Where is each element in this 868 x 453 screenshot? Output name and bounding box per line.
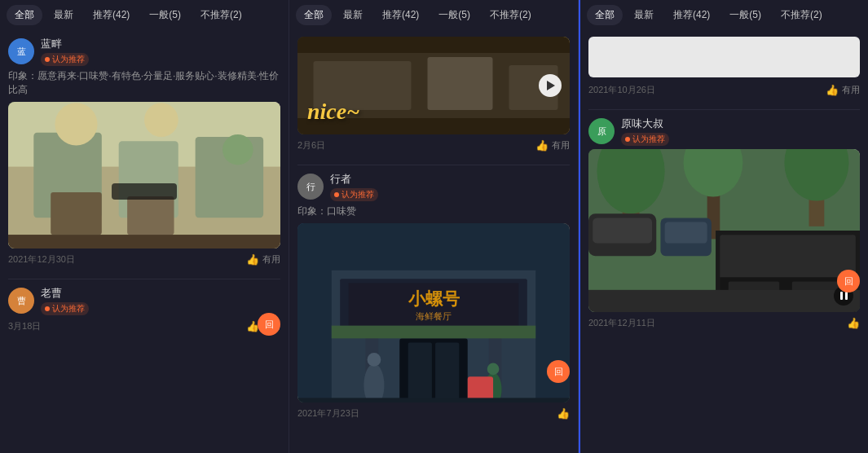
helpful-btn-6[interactable]: 👍 [847,317,860,329]
panel-1: 全部 最新 推荐(42) 一般(5) 不推荐(2) 蓝 蓝畔 认为推荐 印象：愿… [0,0,289,453]
impression-1: 印象：愿意再来·口味赞·有特色·分量足·服务贴心·装修精美·性价比高 [8,69,280,97]
user-row-1: 蓝 蓝畔 认为推荐 [8,37,280,66]
username-1: 蓝畔 [41,37,89,51]
svg-point-9 [223,134,253,165]
svg-rect-14 [428,57,493,110]
review-card-5: 2021年10月26日 👍 有用 [588,37,860,96]
badge-dot-2 [45,306,50,311]
tab-recommend-1[interactable]: 推荐(42) [85,5,138,25]
username-2: 老曹 [41,286,89,301]
badge-dot-1 [45,57,50,62]
tab-latest-1[interactable]: 最新 [46,5,82,25]
badge-dot-6 [625,137,630,142]
svg-point-5 [55,103,97,145]
svg-rect-44 [665,222,707,244]
date-row-1: 2021年12月30日 👍 有用 [8,253,280,266]
pause-bar-left [840,292,843,300]
svg-rect-33 [297,398,570,402]
helpful-btn-4[interactable]: 👍 [557,407,570,420]
svg-point-6 [144,103,178,137]
helpful-icon-3: 👍 [535,139,549,152]
svg-rect-23 [408,343,432,402]
date-row-4: 2021年7月23日 👍 [297,407,570,420]
tab-all-1[interactable]: 全部 [7,5,42,25]
avatar-6: 原 [588,118,615,144]
user-row-6: 原 原味大叔 认为推荐 [588,117,860,146]
storefront-img: 小螺号 海鲜餐厅 [297,223,570,402]
tab-norecommend-1[interactable]: 不推荐(2) [192,5,250,25]
tab-norecommend-2[interactable]: 不推荐(2) [482,5,540,25]
avatar-4: 行 [297,174,324,200]
drag-handle[interactable] [112,183,177,200]
date-row-5: 2021年10月26日 👍 有用 [588,84,860,96]
helpful-text-1: 有用 [262,253,280,266]
divider-1 [8,279,280,279]
tab-latest-2[interactable]: 最新 [335,5,371,25]
badge-1: 认为推荐 [41,53,89,66]
tab-normal-1[interactable]: 一般(5) [141,5,189,25]
tab-all-2[interactable]: 全部 [296,5,332,25]
helpful-btn-3[interactable]: 👍 有用 [535,139,570,152]
avatar-1: 蓝 [8,38,34,64]
divider-2 [297,165,570,165]
review-image-1 [8,102,280,248]
helpful-icon-4: 👍 [557,407,570,420]
badge-4: 认为推荐 [330,188,378,201]
image-wrapper-4: 小螺号 海鲜餐厅 [297,223,570,402]
date-3: 2月6日 [297,139,325,152]
reply-fab-2[interactable]: 回 [258,313,280,336]
tab-latest-3[interactable]: 最新 [626,5,662,25]
tab-norecommend-3[interactable]: 不推荐(2) [773,5,831,25]
date-6: 2021年12月11日 [588,317,655,329]
image-wrapper-6: 回 [588,149,860,312]
scroll-area-3[interactable]: 2021年10月26日 👍 有用 原 原味大叔 认为推荐 [580,30,868,453]
username-6: 原味大叔 [621,117,669,131]
scroll-area-1[interactable]: 蓝 蓝畔 认为推荐 印象：愿意再来·口味赞·有特色·分量足·服务贴心·装修精美·… [0,30,289,453]
review-card-2: 曹 老曹 认为推荐 3月18日 👍 有用 回 [8,286,280,332]
svg-rect-42 [593,218,652,243]
pause-bar-right [845,292,848,300]
tab-recommend-3[interactable]: 推荐(42) [665,5,718,25]
play-button-3[interactable] [539,74,562,97]
tab-normal-2[interactable]: 一般(5) [430,5,478,25]
tab-normal-3[interactable]: 一般(5) [721,5,769,25]
outdoor-img [588,149,860,312]
helpful-btn-1[interactable]: 👍 有用 [246,253,280,266]
panel-3: 全部 最新 推荐(42) 一般(5) 不推荐(2) 2021年10月26日 👍 … [579,0,868,453]
review-image-4: 小螺号 海鲜餐厅 [297,223,570,402]
tab-all-3[interactable]: 全部 [587,5,623,25]
helpful-btn-5[interactable]: 👍 有用 [826,84,860,96]
username-4: 行者 [330,172,378,187]
date-1: 2021年12月30日 [8,253,75,266]
helpful-icon-1: 👍 [246,253,259,266]
scroll-area-2[interactable]: nice~ 2月6日 👍 有用 行 行者 认为推荐 [289,30,578,453]
user-info-4: 行者 认为推荐 [330,172,378,201]
svg-text:小螺号: 小螺号 [408,289,460,309]
svg-rect-7 [51,192,102,235]
badge-2: 认为推荐 [41,302,89,315]
reply-fab-4[interactable]: 回 [547,360,570,383]
video-area-3[interactable]: nice~ [297,37,570,134]
white-box-img [588,37,860,77]
user-row-2: 曹 老曹 认为推荐 [8,286,280,315]
user-info-1: 蓝畔 认为推荐 [41,37,89,66]
date-row-6: 2021年12月11日 👍 [588,317,860,329]
helpful-text-3: 有用 [552,139,570,152]
impression-4: 印象：口味赞 [297,205,570,218]
image-wrapper-1 [8,102,280,248]
svg-point-31 [487,363,500,376]
tab-recommend-2[interactable]: 推荐(42) [374,5,427,25]
date-2: 3月18日 [8,320,41,332]
tab-bar-2: 全部 最新 推荐(42) 一般(5) 不推荐(2) [289,0,578,30]
review-card-6: 原 原味大叔 认为推荐 [588,117,860,329]
review-card-3: nice~ 2月6日 👍 有用 [297,37,570,152]
date-row-3: 2月6日 👍 有用 [297,139,570,152]
helpful-icon-5: 👍 [826,84,839,96]
helpful-icon-6: 👍 [847,317,860,329]
divider-3 [588,109,860,110]
reply-fab-6[interactable]: 回 [837,270,860,292]
badge-6: 认为推荐 [621,133,669,146]
nice-text: nice~ [307,99,359,125]
helpful-text-5: 有用 [842,84,860,96]
svg-rect-8 [127,196,174,235]
